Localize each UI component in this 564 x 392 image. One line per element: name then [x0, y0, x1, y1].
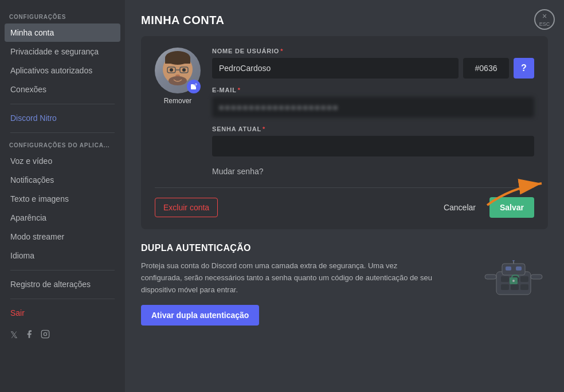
sidebar-divider-2 — [10, 132, 115, 133]
question-button[interactable]: ? — [514, 58, 534, 79]
enable-2fa-button[interactable]: Ativar dupla autenticação — [141, 305, 259, 326]
sidebar-divider-3 — [10, 270, 115, 271]
cancel-button[interactable]: Cancelar — [437, 198, 483, 217]
sidebar-social: 𝕏 — [5, 325, 120, 346]
sidebar-item-registro[interactable]: Registro de alterações — [5, 275, 120, 293]
sidebar-item-aplicativos[interactable]: Aplicativos autorizados — [5, 61, 120, 80]
sidebar-item-idioma[interactable]: Idioma — [5, 246, 120, 265]
sidebar-item-modo-streamer[interactable]: Modo streamer — [5, 228, 120, 246]
svg-point-9 — [170, 68, 173, 72]
twitter-icon[interactable]: 𝕏 — [10, 330, 18, 341]
avatar-remove-label[interactable]: Remover — [164, 97, 192, 105]
delete-account-button[interactable]: Excluir conta — [155, 198, 218, 217]
svg-point-29 — [512, 280, 515, 282]
sidebar: CONFIGURAÇÕES Minha conta Privacidade e … — [0, 0, 125, 392]
username-required: * — [280, 48, 283, 54]
username-row: ? — [212, 58, 534, 79]
email-label: E-MAIL* — [212, 87, 534, 93]
sidebar-item-sair[interactable]: Sair — [5, 304, 120, 322]
svg-rect-0 — [41, 330, 49, 338]
close-button[interactable]: × ESC — [534, 9, 555, 30]
svg-rect-22 — [520, 276, 528, 282]
avatar-edit-button[interactable] — [187, 80, 201, 93]
sidebar-item-aparencia[interactable]: Aparência — [5, 209, 120, 227]
twofa-left: Proteja sua conta do Discord com uma cam… — [141, 260, 470, 326]
avatar-section: Remover — [155, 48, 201, 176]
sidebar-section-config: CONFIGURAÇÕES — [5, 9, 120, 22]
email-field-group: E-MAIL* ●●●●●●●●●●●●●●●●●●●● — [212, 87, 534, 117]
twofa-section: DUPLA AUTENTICAÇÃO Proteja sua conta do … — [141, 243, 548, 326]
email-wrapper: ●●●●●●●●●●●●●●●●●●●● — [212, 97, 534, 117]
account-card: Remover NOME DE USUÁRIO* ? — [141, 36, 548, 229]
save-button[interactable]: Salvar — [489, 197, 534, 218]
svg-rect-18 — [506, 266, 511, 271]
sidebar-item-voz-video[interactable]: Voz e vídeo — [5, 152, 120, 170]
svg-rect-20 — [501, 276, 509, 282]
right-actions: Cancelar Salvar — [437, 197, 534, 218]
account-top: Remover NOME DE USUÁRIO* ? — [155, 48, 534, 176]
svg-rect-5 — [165, 58, 190, 64]
twofa-title: DUPLA AUTENTICAÇÃO — [141, 243, 548, 253]
sidebar-item-conexoes[interactable]: Conexões — [5, 80, 120, 99]
instagram-icon[interactable] — [41, 330, 50, 341]
svg-point-10 — [182, 68, 186, 72]
sidebar-divider-1 — [10, 104, 115, 104]
svg-rect-26 — [485, 275, 496, 279]
svg-point-12 — [169, 76, 187, 85]
avatar-wrapper — [155, 48, 201, 93]
password-field-group: SENHA ATUAL* — [212, 126, 534, 156]
twofa-content: Proteja sua conta do Discord com uma cam… — [141, 260, 548, 326]
svg-rect-25 — [520, 284, 528, 290]
card-actions: Excluir conta Cancelar Salvar — [155, 187, 534, 218]
main-content: × ESC MINHA CONTA — [125, 0, 564, 392]
twofa-illustration — [479, 260, 548, 300]
change-password-link[interactable]: Mudar senha? — [212, 167, 534, 176]
password-required: * — [263, 126, 265, 132]
twofa-description: Proteja sua conta do Discord com uma cam… — [141, 260, 439, 296]
email-required: * — [238, 87, 241, 93]
page-title: MINHA CONTA — [141, 14, 548, 27]
sidebar-item-privacidade[interactable]: Privacidade e segurança — [5, 42, 120, 61]
svg-point-1 — [44, 332, 46, 335]
svg-rect-24 — [511, 284, 519, 290]
close-icon: × — [542, 12, 547, 20]
svg-point-2 — [47, 332, 48, 332]
svg-rect-23 — [501, 284, 509, 290]
username-field-group: NOME DE USUÁRIO* ? — [212, 48, 534, 79]
svg-rect-19 — [516, 266, 522, 271]
sidebar-section-app: CONFIGURAÇÕES DO APLICA... — [5, 138, 120, 151]
esc-label: ESC — [539, 21, 550, 27]
sidebar-item-nitro[interactable]: Discord Nitro — [5, 109, 120, 127]
discriminator-input[interactable] — [463, 58, 509, 79]
fields-section: NOME DE USUÁRIO* ? E-MAIL* ●●●●●●●●●●●●●… — [212, 48, 534, 176]
password-label: SENHA ATUAL* — [212, 126, 534, 132]
email-value: ●●●●●●●●●●●●●●●●●●●● — [212, 97, 534, 117]
sidebar-item-minha-conta[interactable]: Minha conta — [5, 23, 120, 42]
username-label: NOME DE USUÁRIO* — [212, 48, 534, 54]
svg-point-17 — [512, 260, 515, 261]
sidebar-item-texto-imagens[interactable]: Texto e imagens — [5, 190, 120, 208]
svg-rect-27 — [531, 275, 542, 279]
username-input[interactable] — [212, 58, 459, 79]
sidebar-divider-4 — [10, 299, 115, 299]
facebook-icon[interactable] — [25, 330, 34, 341]
sidebar-item-notificacoes[interactable]: Notificações — [5, 171, 120, 189]
password-input[interactable] — [212, 136, 534, 156]
